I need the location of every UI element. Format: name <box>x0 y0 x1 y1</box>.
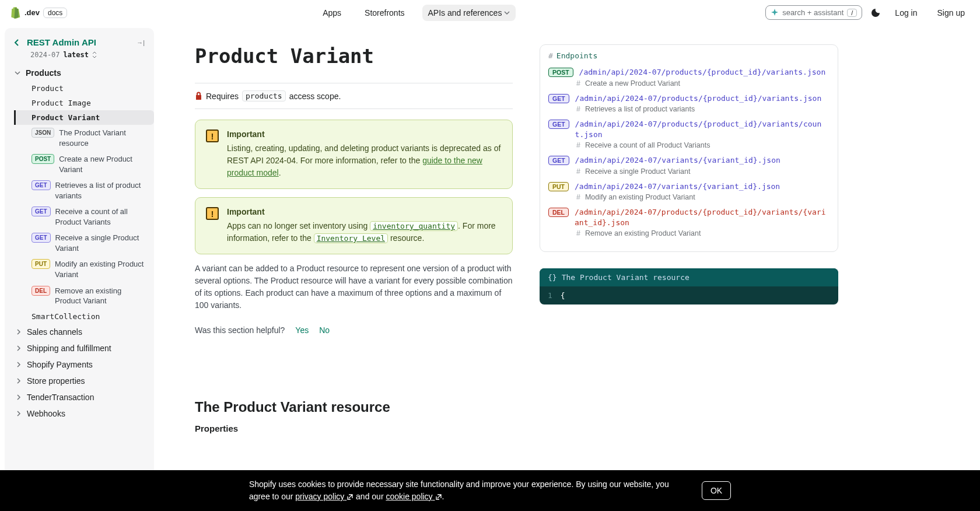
scope-requirement: Requires products access scope. <box>195 83 513 109</box>
external-icon <box>346 494 354 501</box>
chevron-right-icon <box>15 328 22 335</box>
sidebar-item-product-variant[interactable]: Product Variant <box>14 110 154 125</box>
endpoint-item[interactable]: DEL/admin/api/2024-07/products/{product_… <box>548 207 830 237</box>
feedback-row: Was this section helpful? Yes No <box>195 326 513 335</box>
method-tag: GET <box>548 120 569 129</box>
updown-icon <box>92 52 97 58</box>
endpoint-item[interactable]: PUT/admin/api/2024-07/variants/{variant_… <box>548 181 830 202</box>
lock-icon <box>195 92 202 100</box>
sidebar-category[interactable]: TenderTransaction <box>5 389 154 405</box>
section-products[interactable]: Products <box>5 65 154 81</box>
top-header: .dev docs Apps Storefronts APIs and refe… <box>0 0 980 26</box>
back-icon[interactable] <box>13 38 21 47</box>
endpoint-path: /admin/api/2024-07/products/{product_id}… <box>575 119 830 139</box>
header-right: search + assistant / Log in Sign up <box>765 5 971 21</box>
nav-apps[interactable]: Apps <box>317 5 347 21</box>
moon-icon[interactable] <box>870 8 881 18</box>
cookie-policy-link[interactable]: cookie policy <box>386 492 442 501</box>
sidebar-subitem[interactable]: GETReceive a single Product Variant <box>26 230 154 256</box>
docs-badge: docs <box>43 8 67 18</box>
method-tag: GET <box>548 94 569 103</box>
method-tag: GET <box>32 233 51 243</box>
search-kbd: / <box>847 9 857 17</box>
external-icon <box>435 494 442 501</box>
endpoint-item[interactable]: POST/admin/api/2024-07/products/{product… <box>548 67 830 88</box>
method-tag: JSON <box>32 128 54 138</box>
sidebar-subitem[interactable]: DELRemove an existing Product Variant <box>26 283 154 309</box>
nav-apis[interactable]: APIs and references <box>422 5 516 21</box>
endpoint-item[interactable]: GET/admin/api/2024-07/products/{product_… <box>548 93 830 114</box>
chevron-right-icon <box>15 394 22 401</box>
collapse-sidebar-icon[interactable]: →| <box>136 39 145 46</box>
endpoint-path: /admin/api/2024-07/products/{product_id}… <box>575 207 830 228</box>
endpoint-path: /admin/api/2024-07/variants/{variant_id}… <box>575 155 780 166</box>
sidebar-item-product[interactable]: Product <box>20 81 154 96</box>
shopify-logo-icon <box>9 6 21 19</box>
sidebar-category[interactable]: Sales channels <box>5 324 154 340</box>
brand[interactable]: .dev docs <box>9 6 67 19</box>
endpoints-panel: #Endpoints POST/admin/api/2024-07/produc… <box>540 44 838 252</box>
sidebar-category[interactable]: Shopify Payments <box>5 356 154 373</box>
sidebar-category[interactable]: Store properties <box>5 373 154 389</box>
main-nav: Apps Storefronts APIs and references <box>67 5 765 21</box>
version-selector[interactable]: 2024-07 latest <box>5 50 154 65</box>
code-panel-title: {}The Product Variant resource <box>540 268 838 286</box>
sidebar-subitem[interactable]: POSTCreate a new Product Variant <box>26 151 154 177</box>
method-tag: GET <box>32 180 51 190</box>
code-panel: {}The Product Variant resource 1 { <box>540 268 838 304</box>
warning-icon: ! <box>206 207 219 220</box>
method-tag: GET <box>548 156 569 165</box>
sidebar-subitem[interactable]: PUTModify an existing Product Variant <box>26 256 154 282</box>
endpoint-path: /admin/api/2024-07/products/{product_id}… <box>579 67 826 78</box>
cookie-ok-button[interactable]: OK <box>702 481 731 500</box>
callout-inventory: ! Important Apps can no longer set inven… <box>195 197 513 254</box>
sidebar-subitem[interactable]: GETReceive a count of all Product Varian… <box>26 204 154 230</box>
endpoint-path: /admin/api/2024-07/variants/{variant_id}… <box>575 181 780 192</box>
sidebar-category[interactable]: Webhooks <box>5 405 154 422</box>
warning-icon: ! <box>206 130 219 142</box>
method-tag: DEL <box>32 286 50 296</box>
privacy-policy-link[interactable]: privacy policy <box>295 492 354 501</box>
signup-link[interactable]: Sign up <box>932 5 971 21</box>
chevron-right-icon <box>15 361 22 368</box>
login-link[interactable]: Log in <box>889 5 923 21</box>
page-title: Product Variant <box>195 44 513 68</box>
endpoint-item[interactable]: GET/admin/api/2024-07/products/{product_… <box>548 119 830 149</box>
sidebar-item-smartcollection[interactable]: SmartCollection <box>20 309 154 324</box>
brand-dev: .dev <box>24 8 40 17</box>
sidebar-subitem[interactable]: GETRetrieves a list of product variants <box>26 177 154 204</box>
method-tag: DEL <box>548 208 569 217</box>
sidebar-title[interactable]: REST Admin API <box>27 37 131 47</box>
method-tag: PUT <box>548 182 569 191</box>
properties-label: Properties <box>195 424 513 433</box>
feedback-no[interactable]: No <box>319 326 330 335</box>
main-content: Product Variant Requires products access… <box>195 44 513 490</box>
intro-paragraph: A variant can be added to a Product reso… <box>195 262 513 312</box>
resource-heading: The Product Variant resource <box>195 399 513 415</box>
chevron-right-icon <box>15 377 22 384</box>
nav-storefronts[interactable]: Storefronts <box>359 5 410 21</box>
chevron-right-icon <box>15 410 22 417</box>
endpoints-title: #Endpoints <box>548 51 830 60</box>
method-tag: PUT <box>32 259 50 269</box>
sparkle-icon <box>771 9 779 17</box>
cookie-banner: Shopify uses cookies to provide necessar… <box>0 470 980 509</box>
method-tag: POST <box>32 154 54 164</box>
sidebar: REST Admin API →| 2024-07 latest Product… <box>5 28 154 509</box>
search-input[interactable]: search + assistant / <box>765 5 862 20</box>
chevron-down-icon <box>504 10 510 16</box>
link-inventory-level[interactable]: Inventory Level <box>314 233 388 243</box>
sidebar-subitem[interactable]: JSONThe Product Variant resource <box>26 125 154 151</box>
method-tag: POST <box>548 68 573 77</box>
feedback-yes[interactable]: Yes <box>295 326 309 335</box>
chevron-right-icon <box>15 345 22 352</box>
endpoint-item[interactable]: GET/admin/api/2024-07/variants/{variant_… <box>548 155 830 176</box>
sidebar-category[interactable]: Shipping and fulfillment <box>5 340 154 356</box>
callout-deprecated: ! Important Listing, creating, updating,… <box>195 120 513 189</box>
sidebar-item-product-image[interactable]: Product Image <box>20 96 154 110</box>
endpoint-path: /admin/api/2024-07/products/{product_id}… <box>575 93 822 104</box>
method-tag: GET <box>32 206 51 216</box>
chevron-down-icon <box>14 69 21 76</box>
